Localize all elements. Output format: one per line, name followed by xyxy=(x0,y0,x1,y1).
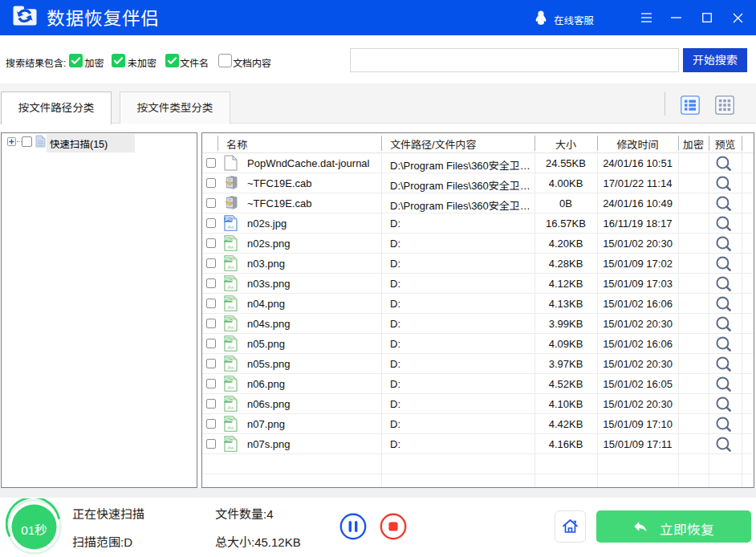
svg-text:JPG: JPG xyxy=(224,218,232,222)
svg-text:PNG: PNG xyxy=(224,418,233,422)
svg-text:PNG: PNG xyxy=(224,358,233,362)
svg-text:PNG: PNG xyxy=(224,298,233,302)
svg-text:PNG: PNG xyxy=(224,238,233,242)
svg-text:PNG: PNG xyxy=(224,378,233,382)
svg-text:PNG: PNG xyxy=(224,278,233,282)
svg-text:PNG: PNG xyxy=(224,258,233,262)
svg-text:PNG: PNG xyxy=(224,318,233,322)
svg-text:PNG: PNG xyxy=(224,438,233,442)
svg-text:PNG: PNG xyxy=(224,338,233,342)
svg-text:PNG: PNG xyxy=(224,398,233,402)
